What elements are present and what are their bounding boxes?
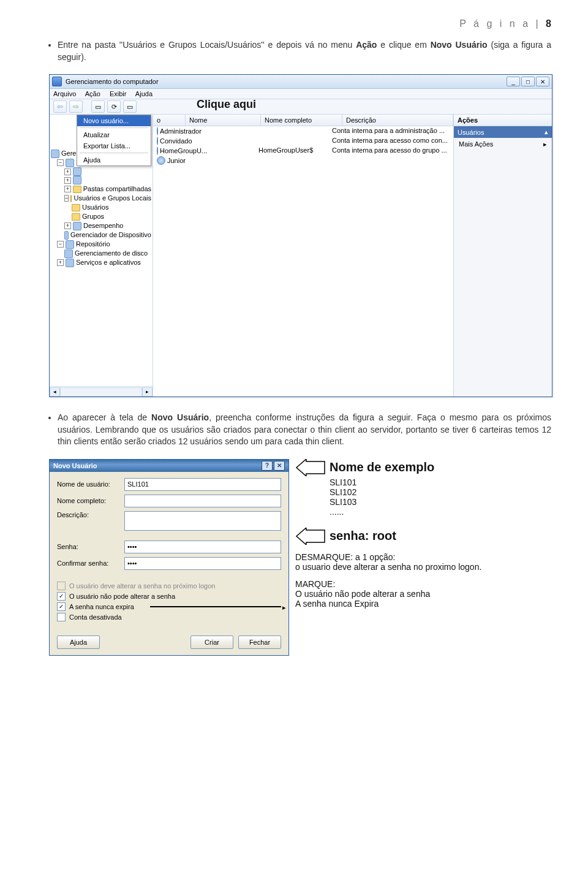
uncheck-title: DESMARQUE: a 1 opção: [295, 552, 481, 562]
username-input[interactable] [124, 478, 281, 491]
example-name-title: Nome de exemplo [330, 460, 434, 474]
list-item[interactable]: HomeGroupU...HomeGroupUser$Conta interna… [153, 146, 453, 156]
confirm-label: Confirmar senha: [57, 560, 124, 567]
chevron-right-icon: ▸ [543, 140, 547, 148]
tree-item[interactable]: + [51, 176, 151, 184]
actions-subheader[interactable]: Usuários ▴ [454, 126, 552, 138]
tree-item[interactable]: −Repositório [51, 240, 151, 249]
fullname-input[interactable] [124, 495, 281, 507]
tree-scroll-left[interactable]: ◂ [50, 387, 60, 397]
example-line: SLI103 [330, 497, 481, 507]
list-col-nome[interactable]: Nome [186, 115, 261, 126]
list-item[interactable]: ConvidadoConta interna para acesso como … [153, 136, 453, 146]
context-menu[interactable]: Novo usuário... Atualizar Exportar Lista… [77, 115, 151, 166]
check-disabled[interactable]: Conta desativada [57, 613, 281, 621]
tree-item[interactable]: Usuários [51, 203, 151, 212]
list-col-descricao[interactable]: Descrição [342, 115, 453, 126]
actions-more-label: Mais Ações [459, 140, 493, 148]
example-line: ...... [330, 507, 481, 517]
tree-item[interactable]: Grupos [51, 212, 151, 221]
maximize-button[interactable]: □ [521, 77, 535, 86]
back-button[interactable] [53, 101, 67, 113]
tree-item[interactable]: + [51, 167, 151, 176]
check-title: MARQUE: [295, 579, 481, 589]
checkbox-icon[interactable] [57, 613, 66, 621]
password-input[interactable] [124, 541, 281, 553]
ctx-refresh[interactable]: Atualizar [77, 129, 151, 140]
checkbox-icon[interactable] [57, 602, 66, 611]
menu-arquivo[interactable]: Arquivo [53, 90, 76, 97]
check4-label: Conta desativada [69, 613, 122, 621]
actions-pane: Ações Usuários ▴ Mais Ações ▸ [454, 115, 552, 397]
menu-bar[interactable]: Arquivo Ação Exibir Ajuda [50, 89, 552, 99]
check3-label: A senha nunca expira [69, 603, 134, 610]
window-title: Gerenciamento do computador [66, 78, 159, 85]
toolbar-btn-1[interactable]: ▭ [91, 101, 105, 113]
tree-scroll-right[interactable]: ▸ [142, 387, 153, 397]
instr1-pre: Entre na pasta ''Usuários e Grupos Locai… [58, 40, 356, 50]
ctx-new-user[interactable]: Novo usuário... [77, 115, 151, 126]
dialog-title: Novo Usuário [53, 462, 97, 469]
actions-header: Ações [454, 115, 552, 126]
check2-label: O usuário não pode alterar a senha [69, 593, 175, 600]
instruction-1: Entre na pasta ''Usuários e Grupos Locai… [58, 39, 551, 63]
close-button[interactable]: ✕ [536, 77, 549, 86]
page-header: P á g i n a | 8 [49, 18, 551, 29]
list-item[interactable]: Junior [153, 156, 453, 165]
ctx-help[interactable]: Ajuda [77, 154, 151, 165]
minimize-button[interactable]: _ [507, 77, 520, 86]
tree-item[interactable]: +Serviços e aplicativos [51, 258, 151, 267]
page-header-number: 8 [546, 18, 551, 29]
arrow-icon [295, 528, 326, 545]
page-header-label: P á g i n a | [459, 18, 546, 29]
actions-more[interactable]: Mais Ações ▸ [454, 138, 552, 150]
help-button[interactable]: Ajuda [57, 636, 100, 649]
example-line: SLI102 [330, 487, 481, 497]
instr1-b2: Novo Usuário [431, 40, 488, 50]
tree-item[interactable]: +Desempenho [51, 221, 151, 230]
window-titlebar[interactable]: Gerenciamento do computador _ □ ✕ [50, 75, 552, 89]
tree-item[interactable]: +Pastas compartilhadas [51, 184, 151, 194]
toolbar-btn-2[interactable]: ⟳ [107, 101, 121, 113]
arrow-icon [295, 459, 326, 476]
list-pane[interactable]: o Nome Nome completo Descrição Administr… [153, 115, 454, 397]
forward-button[interactable] [69, 101, 83, 113]
description-input[interactable] [124, 511, 281, 531]
menu-exibir[interactable]: Exibir [110, 90, 127, 97]
list-col-nomecompleto[interactable]: Nome completo [261, 115, 342, 126]
confirm-input[interactable] [124, 557, 281, 570]
tree-item[interactable]: Gerenciador de Dispositivo [51, 230, 151, 240]
ctx-export[interactable]: Exportar Lista... [77, 140, 151, 151]
menu-ajuda[interactable]: Ajuda [135, 90, 153, 97]
check-never-expires[interactable]: A senha nunca expira ▸ [57, 602, 281, 611]
toolbar-btn-3[interactable]: ▭ [123, 101, 137, 113]
instr1-mid: e clique em [377, 40, 430, 50]
click-here-callout: Clique aqui [197, 98, 256, 111]
uncheck-text: o usuario deve alterar a senha no proxim… [295, 562, 481, 572]
tree-item[interactable]: Gerenciamento de disco [51, 249, 151, 258]
dialog-titlebar[interactable]: Novo Usuário ? ✕ [50, 460, 288, 472]
instruction-2: Ao aparecer à tela de Novo Usuário, pree… [58, 412, 551, 448]
instr1-b1: Ação [356, 40, 377, 50]
create-button[interactable]: Criar [190, 636, 233, 649]
list-col-icon[interactable]: o [153, 115, 186, 126]
window-icon [52, 77, 62, 86]
username-label: Nome de usuário: [57, 480, 124, 488]
check-line-2: A senha nunca Expira [295, 599, 481, 609]
list-item[interactable]: AdministradorConta interna para a admini… [153, 126, 453, 136]
password-hint: senha: root [330, 529, 396, 543]
dialog-close-button[interactable]: ✕ [274, 461, 285, 471]
check-line-1: O usuário não pode alterar a senha [295, 589, 481, 599]
tree-pane[interactable]: Novo usuário... Atualizar Exportar Lista… [50, 115, 153, 397]
close-button[interactable]: Fechar [238, 636, 281, 649]
check-cannot-change[interactable]: O usuário não pode alterar a senha [57, 592, 281, 601]
tree-item[interactable]: −Usuários e Grupos Locais [51, 194, 151, 203]
menu-acao[interactable]: Ação [85, 90, 100, 97]
checkbox-icon[interactable] [57, 592, 66, 601]
dialog-help-button[interactable]: ? [262, 461, 273, 471]
collapse-icon[interactable]: ▴ [545, 128, 548, 136]
checkbox-icon [57, 582, 66, 590]
actions-sub-label: Usuários [458, 129, 484, 136]
new-user-dialog: Novo Usuário ? ✕ Nome de usuário: Nome c… [49, 459, 289, 656]
instr2-pre: Ao aparecer à tela de [58, 412, 151, 422]
